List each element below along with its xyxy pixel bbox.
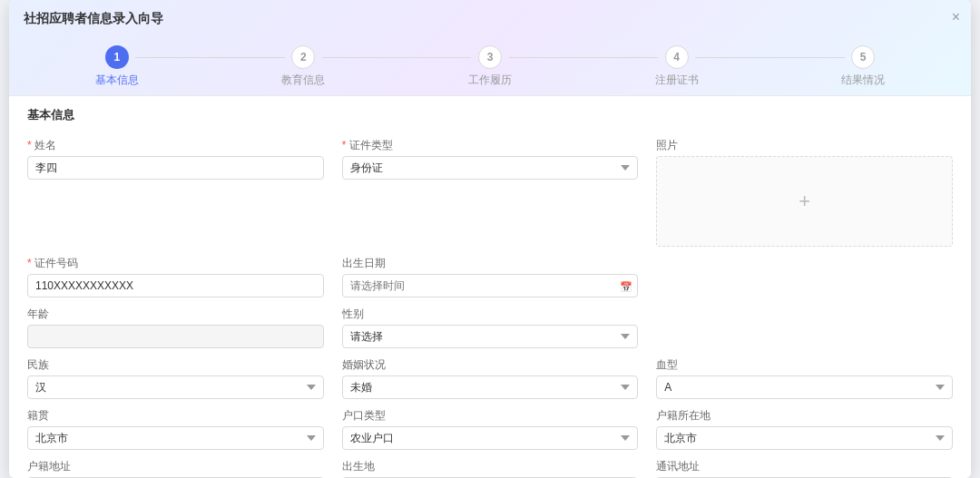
id-type-label: 证件类型 xyxy=(342,138,639,153)
blood-select[interactable]: A B AB O xyxy=(656,376,953,399)
marital-label: 婚姻状况 xyxy=(342,357,639,373)
household-location-select[interactable]: 北京市 xyxy=(656,426,953,450)
photo-label: 照片 xyxy=(656,138,953,153)
gender-group: 性别 请选择 男 女 xyxy=(342,307,639,348)
nationality-select[interactable]: 汉 xyxy=(27,376,324,399)
section-basic-title: 基本信息 xyxy=(27,107,953,127)
step-2: 2 教育信息 xyxy=(211,45,397,88)
row-age-gender: 年龄 性别 请选择 男 女 xyxy=(27,307,953,348)
nationality-group: 民族 汉 xyxy=(27,357,324,399)
id-number-input[interactable] xyxy=(27,274,324,298)
gender-label: 性别 xyxy=(342,307,639,322)
name-group: 姓名 xyxy=(27,138,324,247)
id-type-group: 证件类型 身份证 xyxy=(342,138,639,247)
name-input[interactable] xyxy=(27,156,324,180)
age-label: 年龄 xyxy=(27,307,324,322)
modal-header: 社招应聘者信息录入向导 × 1 基本信息 2 教育信息 3 工作履历 4 注册证… xyxy=(9,0,971,96)
blood-group: 血型 A B AB O xyxy=(656,357,953,399)
id-number-label: 证件号码 xyxy=(27,256,324,271)
step-4: 4 注册证书 xyxy=(583,45,770,88)
household-address-label: 户籍地址 xyxy=(27,459,324,474)
birth-date-group: 出生日期 xyxy=(342,256,639,298)
household-location-label: 户籍所在地 xyxy=(656,408,953,424)
gender-select[interactable]: 请选择 男 女 xyxy=(342,325,639,348)
steps-container: 1 基本信息 2 教育信息 3 工作履历 4 注册证书 5 结果情况 xyxy=(24,34,956,95)
step-3: 3 工作履历 xyxy=(397,45,583,88)
domicile-group: 籍贯 北京市 xyxy=(27,408,324,450)
age-input xyxy=(27,325,324,348)
household-select[interactable]: 农业户口 非农业户口 xyxy=(342,426,639,450)
id-number-group: 证件号码 xyxy=(27,256,324,298)
step-label-4: 注册证书 xyxy=(655,73,699,88)
photo-upload[interactable]: + xyxy=(656,156,953,247)
step-circle-4: 4 xyxy=(665,45,689,69)
row-domicile-household: 籍贯 北京市 户口类型 农业户口 非农业户口 户籍所在地 北京市 xyxy=(27,408,953,450)
step-label-2: 教育信息 xyxy=(281,73,325,88)
household-label: 户口类型 xyxy=(342,408,639,424)
step-circle-5: 5 xyxy=(851,45,875,69)
close-button[interactable]: × xyxy=(952,9,960,25)
contact-address-group: 通讯地址 ⊙▾ xyxy=(656,459,953,478)
marital-select[interactable]: 未婚 已婚 xyxy=(342,376,639,399)
id-type-select[interactable]: 身份证 xyxy=(342,156,639,180)
birth-date-wrapper xyxy=(342,274,639,298)
marital-group: 婚姻状况 未婚 已婚 xyxy=(342,357,639,399)
birth-place-group: 出生地 ⊙▾ xyxy=(342,459,639,478)
domicile-select[interactable]: 北京市 xyxy=(27,426,324,450)
step-label-5: 结果情况 xyxy=(841,73,885,88)
name-label: 姓名 xyxy=(27,138,324,153)
birth-place-label: 出生地 xyxy=(342,459,639,474)
row-nat-mar-blood: 民族 汉 婚姻状况 未婚 已婚 血型 A B AB O xyxy=(27,357,953,399)
step-label-3: 工作履历 xyxy=(468,73,512,88)
age-group: 年龄 xyxy=(27,307,324,348)
step-1: 1 基本信息 xyxy=(24,45,211,88)
modal-container: 社招应聘者信息录入向导 × 1 基本信息 2 教育信息 3 工作履历 4 注册证… xyxy=(9,0,971,478)
household-group: 户口类型 农业户口 非农业户口 xyxy=(342,408,639,450)
modal-body: 基本信息 姓名 证件类型 身份证 照片 + 证件号码 xyxy=(9,96,971,478)
nationality-label: 民族 xyxy=(27,357,324,373)
domicile-wrapper: 北京市 xyxy=(27,426,324,450)
step-circle-1: 1 xyxy=(105,45,129,69)
row-name-idtype-photo: 姓名 证件类型 身份证 照片 + xyxy=(27,138,953,247)
household-location-group: 户籍所在地 北京市 xyxy=(656,408,953,450)
calendar-icon xyxy=(620,279,632,293)
birth-date-label: 出生日期 xyxy=(342,256,639,271)
household-address-group: 户籍地址 ⊙▾ xyxy=(27,459,324,478)
modal-title: 社招应聘者信息录入向导 xyxy=(24,11,956,34)
step-circle-3: 3 xyxy=(478,45,502,69)
birth-date-input[interactable] xyxy=(342,274,639,298)
domicile-label: 籍贯 xyxy=(27,408,324,424)
photo-group: 照片 + xyxy=(656,138,953,247)
blood-label: 血型 xyxy=(656,357,953,373)
step-label-1: 基本信息 xyxy=(95,73,139,88)
step-circle-2: 2 xyxy=(291,45,315,69)
step-5: 5 结果情况 xyxy=(769,45,956,88)
row-addresses: 户籍地址 ⊙▾ 出生地 ⊙▾ 通讯地址 ⊙▾ xyxy=(27,459,953,478)
contact-address-label: 通讯地址 xyxy=(656,459,953,474)
row-id-birth: 证件号码 出生日期 xyxy=(27,256,953,298)
